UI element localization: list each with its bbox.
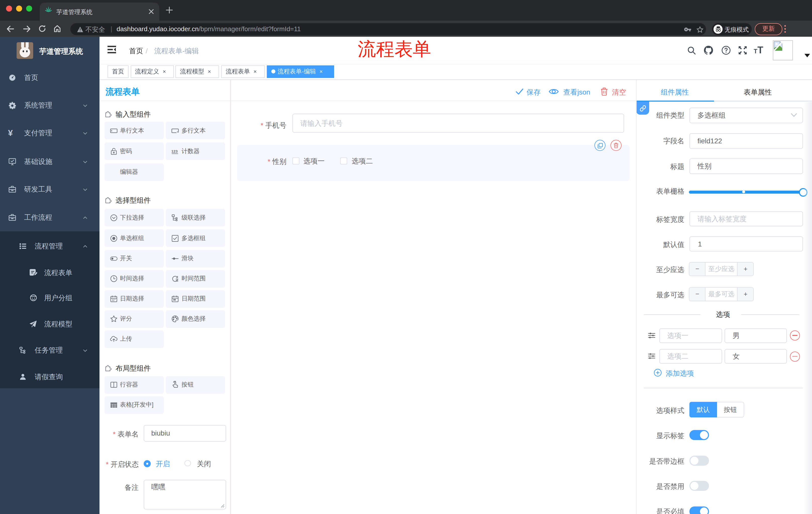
svg-text:123: 123 <box>172 149 178 154</box>
